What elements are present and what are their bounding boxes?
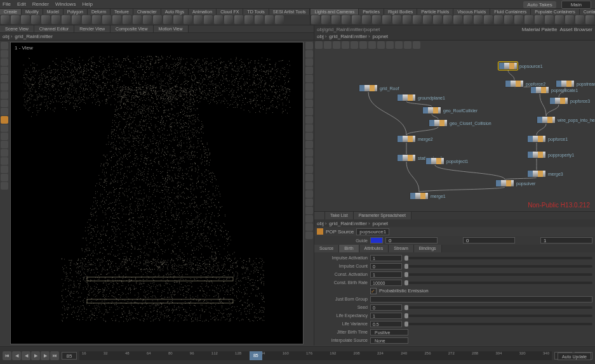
- netpath-obj[interactable]: obj: [317, 34, 324, 39]
- viewport-tool-icon[interactable]: [1, 58, 8, 66]
- network-canvas[interactable]: Non-Public H13.0.212 popsource1grid_Roof…: [314, 49, 595, 211]
- viewport-option-icon[interactable]: [305, 231, 313, 239]
- param-value-field[interactable]: 0: [370, 263, 402, 270]
- shelf-tab[interactable]: Model: [43, 9, 64, 15]
- network-node[interactable]: grid_Roof: [359, 84, 399, 92]
- network-tool-icon[interactable]: [333, 41, 340, 49]
- shelf-tab[interactable]: Texture: [110, 9, 133, 15]
- viewport-option-icon[interactable]: [305, 100, 313, 107]
- param-slider[interactable]: [404, 282, 592, 284]
- viewport-option-icon[interactable]: [305, 149, 313, 157]
- viewport-option-icon[interactable]: [305, 215, 313, 223]
- guide-g[interactable]: 0: [463, 237, 515, 244]
- shelf-tool-icon[interactable]: [112, 15, 121, 24]
- viewport-tool-icon[interactable]: [1, 141, 8, 148]
- viewport-option-icon[interactable]: [305, 198, 313, 206]
- param-tab[interactable]: [314, 212, 325, 219]
- network-tool-icon[interactable]: [359, 41, 367, 49]
- current-frame-field[interactable]: 85: [62, 352, 77, 360]
- param-slider[interactable]: [404, 273, 592, 276]
- shelf-tool-icon[interactable]: [82, 15, 91, 24]
- viewport-option-icon[interactable]: [305, 207, 313, 214]
- viewport-tool-icon[interactable]: [1, 67, 8, 74]
- shelf-tool-icon[interactable]: [321, 15, 330, 24]
- viewport-option-icon[interactable]: [305, 58, 313, 66]
- viewport-tool-icon[interactable]: [1, 116, 8, 124]
- viewport-tool-icon[interactable]: [1, 174, 8, 181]
- shelf-tab[interactable]: Character: [133, 9, 161, 15]
- network-node[interactable]: popforce3: [549, 97, 590, 105]
- param-checkbox[interactable]: [370, 288, 377, 294]
- auto-takes-toggle[interactable]: Auto Takes: [523, 1, 556, 8]
- shelf-tool-icon[interactable]: [102, 15, 111, 24]
- shelf-tool-icon[interactable]: [1, 15, 10, 24]
- viewport-tool-icon[interactable]: [1, 166, 8, 173]
- goto-start-button[interactable]: ⏮: [3, 351, 11, 360]
- param-value-field[interactable]: 1: [370, 271, 402, 278]
- shelf-tab[interactable]: Particle Fluids: [417, 9, 453, 15]
- netpath-popnet[interactable]: popnet: [373, 34, 388, 39]
- network-node[interactable]: groundplane1: [397, 94, 445, 101]
- viewport-option-icon[interactable]: [305, 108, 313, 115]
- viewport-tool-icon[interactable]: [1, 157, 8, 165]
- shelf-tool-icon[interactable]: [224, 15, 233, 24]
- param-dropdown[interactable]: None: [370, 337, 408, 344]
- viewport-tool-icon[interactable]: [1, 124, 8, 132]
- shelf-tab[interactable]: Populate Containers: [531, 9, 579, 15]
- network-node[interactable]: geo_RoofCollider: [422, 107, 478, 114]
- network-tool-icon[interactable]: [315, 41, 323, 49]
- guide-r[interactable]: 0: [385, 237, 438, 244]
- shelf-tab[interactable]: Lights and Cameras: [311, 9, 359, 15]
- shelf-tool-icon[interactable]: [255, 15, 264, 24]
- shelf-tool-icon[interactable]: [31, 15, 40, 24]
- viewport-option-icon[interactable]: [305, 67, 313, 74]
- viewport-tool-icon[interactable]: [1, 108, 8, 115]
- net-tab-asset[interactable]: Asset Browser: [559, 27, 592, 32]
- auto-update-dropdown[interactable]: Auto Update: [558, 353, 591, 360]
- shelf-tool-icon[interactable]: [311, 15, 320, 24]
- shelf-tool-icon[interactable]: [535, 15, 544, 24]
- view-tab[interactable]: Motion View: [154, 25, 189, 32]
- param-subtab[interactable]: Bindings: [414, 245, 442, 252]
- param-slider[interactable]: [404, 257, 592, 259]
- param-value-field[interactable]: [370, 296, 592, 302]
- menu-help[interactable]: Help: [82, 1, 92, 7]
- param-tab[interactable]: Take List: [325, 212, 354, 219]
- network-tool-icon[interactable]: [324, 41, 331, 49]
- view-tab[interactable]: Composite View: [110, 25, 153, 32]
- param-subtab[interactable]: Attributes: [359, 245, 389, 252]
- network-node[interactable]: popsource1: [498, 62, 543, 70]
- network-node[interactable]: merge2: [397, 135, 433, 143]
- viewport-option-icon[interactable]: [305, 174, 313, 181]
- viewport-tool-icon[interactable]: [1, 149, 8, 157]
- shelf-tool-icon[interactable]: [204, 15, 213, 24]
- viewport-option-icon[interactable]: [305, 133, 313, 140]
- view-tab[interactable]: Scene View: [0, 25, 34, 32]
- viewport-option-icon[interactable]: [305, 91, 313, 99]
- viewport-option-icon[interactable]: [305, 182, 313, 190]
- viewport-option-icon[interactable]: [305, 83, 313, 91]
- node-name-field[interactable]: popsource1: [356, 228, 389, 235]
- ppath-emitter[interactable]: grid_RainEmitter: [329, 221, 367, 226]
- network-node[interactable]: popforce1: [527, 135, 568, 143]
- viewport-tool-icon[interactable]: [1, 133, 8, 140]
- network-tool-icon[interactable]: [351, 41, 358, 49]
- view-tab[interactable]: Channel Editor: [34, 25, 74, 32]
- network-tool-icon[interactable]: [386, 41, 394, 49]
- path-obj[interactable]: obj: [3, 34, 10, 39]
- shelf-tab[interactable]: SESI Artist Tools: [269, 9, 311, 15]
- param-slider[interactable]: [404, 323, 592, 325]
- viewport-option-icon[interactable]: [305, 124, 313, 132]
- shelf-tool-icon[interactable]: [153, 15, 162, 24]
- shelf-tab[interactable]: Rigid Bodies: [384, 9, 417, 15]
- viewport-tool-icon[interactable]: [1, 50, 8, 58]
- shelf-tool-icon[interactable]: [173, 15, 182, 24]
- shelf-tool-icon[interactable]: [494, 15, 503, 24]
- shelf-tool-icon[interactable]: [433, 15, 442, 24]
- shelf-tool-icon[interactable]: [275, 15, 284, 24]
- network-node[interactable]: popproperty1: [527, 151, 574, 159]
- shelf-tool-icon[interactable]: [51, 15, 60, 24]
- viewport-option-icon[interactable]: [305, 190, 313, 198]
- shelf-tool-icon[interactable]: [133, 15, 142, 24]
- network-node[interactable]: popstream1: [556, 80, 595, 88]
